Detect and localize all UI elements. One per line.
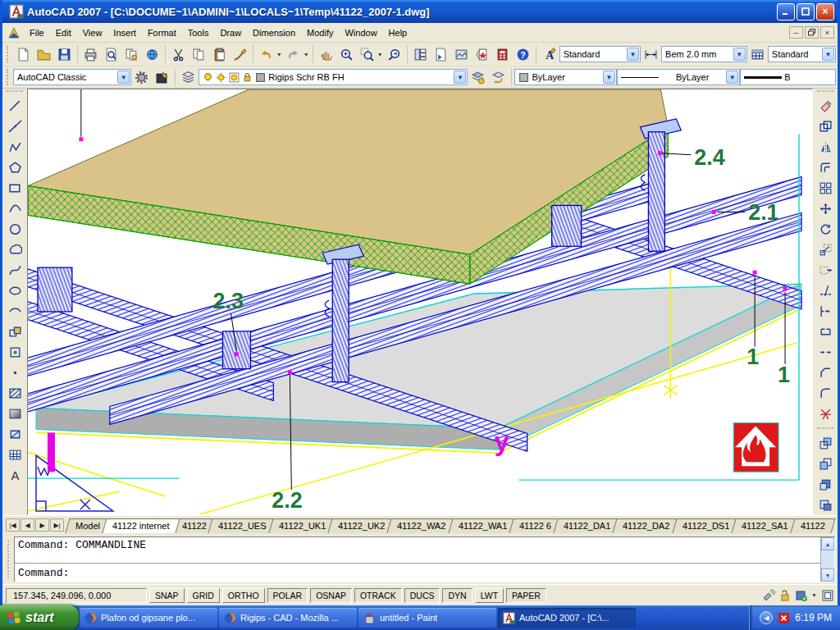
ellipse-arc-button[interactable]	[5, 301, 25, 322]
status-tray-settings-icon[interactable]	[795, 589, 808, 602]
zoom-window-dropdown[interactable]: ▼	[377, 52, 384, 57]
toolbar-grip[interactable]	[7, 69, 11, 85]
toggle-ducs[interactable]: DUCS	[404, 588, 441, 603]
taskbar-item-paint[interactable]: untitled - Paint	[358, 608, 496, 628]
combo-arrow-icon[interactable]: ▼	[627, 48, 639, 61]
spline-button[interactable]	[5, 260, 25, 281]
plot-preview-button[interactable]	[101, 44, 121, 65]
title-bar[interactable]: AutoCAD 2007 - [C:\DOCUME~1\ADMINI~1\LOC…	[2, 0, 838, 23]
insert-block-button[interactable]	[5, 322, 25, 342]
properties-button[interactable]	[410, 44, 431, 65]
scroll-down-icon[interactable]: ▼	[821, 568, 834, 582]
break-button[interactable]	[815, 322, 836, 342]
3d-dwf-button[interactable]	[142, 44, 162, 65]
section-marker[interactable]	[48, 432, 55, 472]
help-button[interactable]: ?	[513, 44, 533, 65]
toolbar-grip[interactable]	[817, 90, 833, 94]
toolbar-grip[interactable]	[817, 427, 833, 431]
trim-button[interactable]	[815, 281, 836, 301]
lineweight-combo[interactable]: B	[740, 69, 836, 85]
tab-41122-uk1[interactable]: 41122_UK1	[268, 518, 336, 533]
close-button[interactable]: ×	[816, 3, 834, 21]
tab-41122-wa2[interactable]: 41122_WA2	[387, 518, 456, 533]
workspace-combo[interactable]: AutoCAD Classic▼	[13, 69, 131, 85]
combo-arrow-icon[interactable]: ▼	[726, 71, 738, 84]
sheet-set-manager-button[interactable]	[431, 44, 451, 65]
dim-style-button[interactable]	[641, 44, 661, 65]
bring-above-objects-button[interactable]	[815, 474, 836, 495]
mdi-restore-button[interactable]	[805, 26, 819, 39]
communication-center-icon[interactable]	[762, 589, 775, 602]
circle-button[interactable]	[5, 219, 25, 240]
toolbar-grip[interactable]	[7, 46, 11, 62]
undo-button[interactable]	[256, 44, 276, 65]
menu-window[interactable]: Window	[339, 25, 382, 40]
layer-on-bulb-icon[interactable]	[203, 72, 213, 83]
open-button[interactable]	[34, 44, 54, 65]
mirror-button[interactable]	[815, 137, 836, 158]
combo-arrow-icon[interactable]: ▼	[603, 71, 615, 84]
menu-dimension[interactable]: Dimension	[247, 25, 301, 40]
arc-button[interactable]	[5, 199, 25, 219]
menu-edit[interactable]: Edit	[50, 25, 77, 40]
text-style-combo[interactable]: Standard▼	[559, 46, 641, 62]
layer-manager-button[interactable]	[468, 67, 488, 88]
taskbar-item-firefox-1[interactable]: Plafon od gipsane plo...	[80, 608, 217, 628]
next-tab-button[interactable]: ▶	[35, 518, 49, 532]
zoom-realtime-button[interactable]	[336, 44, 357, 65]
text-style-button[interactable]: A	[539, 44, 559, 65]
dim-style-combo[interactable]: Bem 2.0 mm▼	[661, 46, 747, 62]
publish-button[interactable]	[121, 44, 142, 65]
region-button[interactable]	[5, 424, 25, 445]
toggle-grid[interactable]: GRID	[187, 588, 220, 603]
plot-button[interactable]	[80, 44, 101, 65]
array-button[interactable]	[815, 178, 836, 199]
drawing-canvas[interactable]: 2.4 2.1 2.3 2.2 1 1 y	[27, 89, 813, 515]
combo-arrow-icon[interactable]: ▼	[733, 48, 746, 61]
line-button[interactable]	[5, 96, 25, 116]
table-style-combo[interactable]: Standard▼	[768, 46, 836, 62]
layer-thaw-sun-icon[interactable]	[216, 72, 226, 83]
prev-tab-button[interactable]: ◀	[21, 518, 34, 532]
tab-41122-da2[interactable]: 41122_DA2	[613, 518, 680, 533]
erase-button[interactable]	[815, 96, 836, 116]
fire-symbol[interactable]	[733, 422, 778, 472]
tab-41122-internet[interactable]: 41122 internet	[102, 518, 180, 533]
menu-insert[interactable]: Insert	[107, 25, 142, 40]
command-input[interactable]: Command:	[15, 564, 820, 582]
zoom-previous-button[interactable]	[384, 44, 404, 65]
paste-button[interactable]	[209, 44, 230, 65]
layer-viewport-freeze-icon[interactable]	[229, 72, 240, 83]
polygon-button[interactable]	[5, 158, 25, 178]
make-block-button[interactable]	[5, 342, 25, 363]
match-properties-button[interactable]	[230, 44, 250, 65]
join-button[interactable]	[815, 342, 836, 363]
table-style-button[interactable]	[747, 44, 768, 65]
extend-button[interactable]	[815, 301, 836, 322]
send-to-back-button[interactable]	[815, 454, 836, 474]
coordinate-display[interactable]: 157.345, 249.096, 0.000	[6, 588, 147, 603]
pan-button[interactable]	[316, 44, 336, 65]
rectangle-button[interactable]	[5, 178, 25, 199]
command-scrollbar[interactable]: ▲ ▼	[820, 537, 834, 582]
redo-dropdown[interactable]: ▼	[304, 52, 310, 57]
mdi-minimize-button[interactable]: ─	[789, 26, 803, 39]
tray-alert-icon[interactable]	[778, 612, 790, 624]
layer-lock-icon[interactable]	[242, 72, 253, 83]
start-button[interactable]: start	[0, 605, 79, 630]
layer-color-swatch[interactable]	[255, 72, 266, 83]
construction-line-button[interactable]	[5, 116, 25, 137]
menu-file[interactable]: File	[24, 25, 50, 40]
gradient-button[interactable]	[5, 404, 25, 424]
menu-view[interactable]: View	[77, 25, 108, 40]
toolbar-grip[interactable]	[7, 90, 23, 94]
copy-button[interactable]	[189, 44, 209, 65]
taskbar-item-autocad[interactable]: AutoCAD 2007 - [C:\...	[498, 608, 636, 628]
send-under-objects-button[interactable]	[815, 495, 836, 515]
menu-tools[interactable]: Tools	[182, 25, 215, 40]
tab-41122-ds1[interactable]: 41122_DS1	[672, 518, 739, 533]
new-button[interactable]	[13, 44, 34, 65]
menu-draw[interactable]: Draw	[214, 25, 247, 40]
minimize-button[interactable]	[777, 3, 795, 21]
quickcalc-button[interactable]	[492, 44, 513, 65]
